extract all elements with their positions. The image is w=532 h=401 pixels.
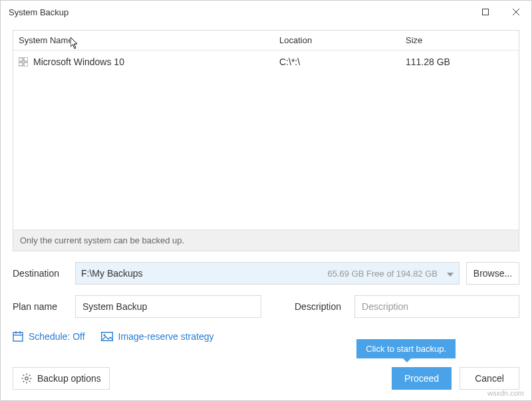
bottom-bar: Backup options Proceed Cancel (1, 360, 531, 400)
cell-system-name: Microsoft Windows 10 (33, 57, 124, 67)
schedule-link-text: Schedule: Off (29, 331, 85, 342)
image-icon (101, 332, 113, 341)
cancel-button[interactable]: Cancel (460, 367, 519, 390)
svg-rect-6 (24, 63, 28, 67)
description-label: Description (295, 301, 341, 312)
image-reserve-strategy-link[interactable]: Image-reserve strategy (101, 331, 214, 342)
svg-line-21 (29, 375, 31, 376)
svg-line-22 (23, 381, 25, 382)
maximize-button[interactable] (470, 1, 501, 23)
plan-row: Plan name Description (13, 295, 519, 318)
svg-marker-7 (447, 273, 454, 277)
svg-point-14 (25, 377, 28, 380)
close-button[interactable] (501, 1, 531, 23)
svg-rect-4 (24, 57, 28, 61)
strategy-link-text: Image-reserve strategy (118, 331, 214, 342)
svg-rect-0 (483, 9, 489, 15)
cell-size: 111.28 GB (406, 57, 519, 67)
proceed-button[interactable]: Proceed (392, 367, 452, 390)
plan-name-label: Plan name (13, 301, 68, 312)
windows-icon (19, 57, 28, 67)
svg-rect-8 (13, 333, 23, 341)
svg-line-19 (23, 375, 25, 376)
caret-down-icon[interactable] (447, 267, 454, 279)
watermark: wsxdn.com (487, 389, 524, 397)
backup-options-label: Backup options (37, 373, 101, 384)
col-header-size[interactable]: Size (406, 35, 519, 45)
svg-rect-3 (19, 58, 23, 61)
browse-button[interactable]: Browse... (466, 262, 519, 285)
destination-row: Destination F:\My Backups 65.69 GB Free … (13, 262, 519, 285)
system-table: System Name Location Size Microsoft Wind… (13, 30, 519, 251)
start-backup-tooltip: Click to start backup. (356, 339, 456, 358)
table-body: Microsoft Windows 10 C:\*:\ 111.28 GB (13, 51, 519, 229)
destination-free-text: 65.69 GB Free of 194.82 GB (328, 269, 438, 279)
backup-options-button[interactable]: Backup options (13, 367, 110, 390)
gear-icon (21, 373, 32, 384)
col-header-location[interactable]: Location (279, 35, 406, 45)
destination-label: Destination (13, 268, 68, 279)
svg-line-20 (29, 381, 31, 382)
table-footer-note: Only the current system can be backed up… (13, 229, 519, 251)
destination-field[interactable]: F:\My Backups 65.69 GB Free of 194.82 GB (75, 262, 460, 285)
table-header: System Name Location Size (13, 31, 519, 51)
description-input[interactable] (354, 295, 519, 318)
plan-name-input[interactable] (75, 295, 261, 318)
destination-path: F:\My Backups (81, 268, 328, 279)
calendar-icon (13, 331, 23, 342)
col-header-name[interactable]: System Name (13, 35, 279, 45)
window-title: System Backup (9, 7, 470, 17)
svg-point-13 (103, 334, 105, 336)
table-row[interactable]: Microsoft Windows 10 C:\*:\ 111.28 GB (13, 51, 519, 73)
title-bar: System Backup (1, 1, 531, 23)
schedule-link[interactable]: Schedule: Off (13, 331, 85, 342)
cell-location: C:\*:\ (279, 57, 406, 67)
svg-rect-5 (19, 63, 23, 66)
